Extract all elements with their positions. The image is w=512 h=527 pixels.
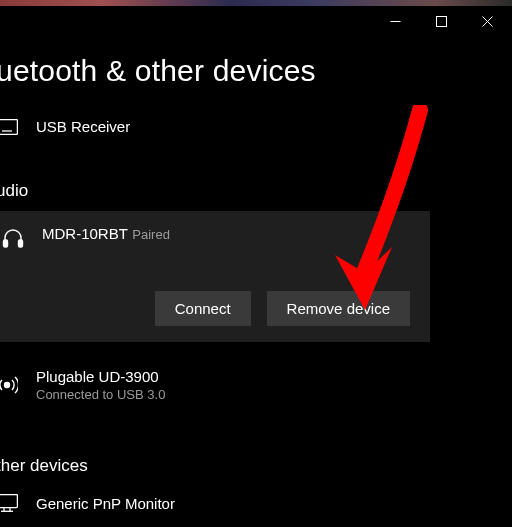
svg-point-16 xyxy=(5,383,10,388)
scrollbar[interactable] xyxy=(506,40,510,523)
device-name: USB Receiver xyxy=(36,118,130,135)
headphones-icon xyxy=(0,225,26,249)
device-name: Generic PnP Monitor xyxy=(36,495,175,512)
settings-page: uetooth & other devices USB Receiver udi… xyxy=(0,40,512,527)
keyboard-icon xyxy=(0,119,20,135)
close-button[interactable] xyxy=(464,6,510,36)
device-row-usb-receiver[interactable]: USB Receiver xyxy=(0,110,512,143)
device-status: Connected to USB 3.0 xyxy=(36,387,165,402)
monitor-icon xyxy=(0,494,20,512)
page-title: uetooth & other devices xyxy=(0,40,512,110)
svg-rect-15 xyxy=(19,240,23,247)
minimize-icon xyxy=(390,16,401,27)
device-name: MDR-10RBT xyxy=(42,225,128,242)
svg-rect-4 xyxy=(0,119,17,134)
section-title-other-devices: ther devices xyxy=(0,456,512,486)
section-title-audio: udio xyxy=(0,181,512,211)
svg-rect-14 xyxy=(4,240,8,247)
close-icon xyxy=(482,16,493,27)
device-row-mdr-selected[interactable]: MDR-10RBT Paired Connect Remove device xyxy=(0,211,430,342)
device-status: Paired xyxy=(132,227,170,242)
svg-rect-1 xyxy=(436,16,446,26)
maximize-icon xyxy=(436,16,447,27)
remove-device-button[interactable]: Remove device xyxy=(267,291,410,326)
maximize-button[interactable] xyxy=(418,6,464,36)
device-row-monitor[interactable]: Generic PnP Monitor xyxy=(0,486,512,520)
device-name: Plugable UD-3900 xyxy=(36,368,165,385)
audio-icon xyxy=(0,374,20,396)
connect-button[interactable]: Connect xyxy=(155,291,251,326)
svg-rect-17 xyxy=(0,495,17,508)
minimize-button[interactable] xyxy=(372,6,418,36)
titlebar xyxy=(372,6,510,36)
device-row-plugable[interactable]: Plugable UD-3900 Connected to USB 3.0 xyxy=(0,360,512,410)
device-action-buttons: Connect Remove device xyxy=(0,291,416,326)
